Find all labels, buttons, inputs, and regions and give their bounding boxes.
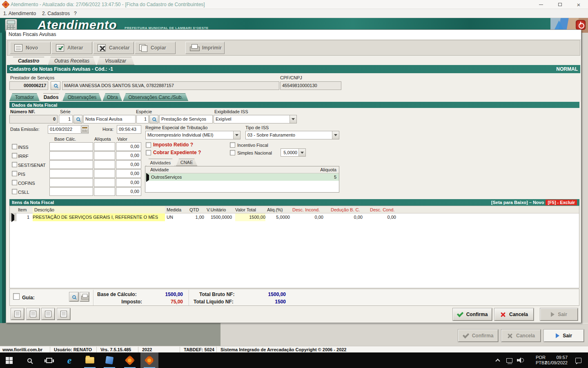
irrf-aliq-field[interactable] [94, 151, 115, 160]
csll-valor-field[interactable]: 0,00 [116, 187, 141, 196]
inss-aliq-field[interactable] [94, 142, 115, 151]
simples-select[interactable]: 5,0000 [281, 148, 306, 157]
simples-checkbox[interactable] [230, 150, 235, 155]
especie-num-field[interactable]: 1 [136, 115, 149, 123]
edit-document-icon [56, 44, 64, 52]
prestador-search-button[interactable] [51, 81, 60, 90]
hora-field[interactable]: 09:56:43 [117, 125, 141, 134]
imprimir-button[interactable]: Imprimir [185, 42, 225, 54]
pis-aliq-field[interactable] [94, 169, 115, 178]
minimize-button[interactable] [532, 0, 550, 9]
especie-desc-field[interactable]: Prestação de Serviços [159, 115, 213, 123]
guia-preview-button[interactable] [69, 292, 78, 301]
outer-sair-button[interactable]: Sair [544, 330, 584, 342]
atividade-row[interactable]: OutrosServiços 5 [145, 173, 339, 181]
restore-button[interactable] [550, 0, 569, 9]
tab-observacoes[interactable]: Observações [62, 93, 102, 101]
sest-aliq-field[interactable] [94, 160, 115, 169]
irrf-base-field[interactable] [49, 151, 93, 160]
copiar-button[interactable]: Copiar [135, 42, 176, 54]
base-calculo-value: 1500,00 [145, 292, 183, 297]
confirma-button[interactable]: Confirma [453, 308, 492, 321]
novo-button[interactable]: Novo [10, 42, 51, 54]
task-view-button[interactable] [40, 352, 58, 368]
tab-tomador[interactable]: Tomador [9, 93, 40, 101]
tab-visualizar[interactable]: Visualizar [97, 57, 134, 65]
cpf-field[interactable]: 45549810000130 [280, 81, 341, 90]
taskbar-search-button[interactable] [20, 352, 38, 368]
confirm-check-icon [463, 332, 469, 338]
tab-obs-canc-sub[interactable]: Observações Canc./Sub. [123, 93, 188, 101]
tab-dados[interactable]: Dados [40, 93, 62, 101]
imposto-retido-checkbox[interactable] [146, 142, 151, 148]
calendar-icon[interactable] [81, 126, 89, 133]
serie-desc-field[interactable]: Nota Fiscal Avulsa [83, 115, 136, 123]
tab-cadastro[interactable]: Cadastro [10, 57, 47, 65]
inss-checkbox[interactable] [12, 144, 17, 149]
chevron-down-icon [332, 131, 339, 139]
cancelar-button[interactable]: Cancelar [93, 42, 134, 54]
outer-confirma-button[interactable]: Confirma [458, 330, 498, 342]
numero-nf-field[interactable]: 0 [9, 115, 58, 123]
tab-atividades[interactable]: Atividades [146, 159, 175, 166]
incentivo-checkbox[interactable] [230, 142, 235, 148]
item-row[interactable]: 1 PRESTAÇÃO DE SERVIÇOS GERAIS I, REFERE… [10, 213, 579, 221]
cofins-checkbox[interactable] [12, 180, 17, 185]
irrf-checkbox[interactable] [12, 153, 17, 158]
taskbar-ie[interactable]: e [60, 352, 78, 368]
cancela-button[interactable]: Cancela [494, 308, 534, 321]
regime-select[interactable]: Microempresário Individual (MEI) [145, 131, 241, 139]
prestador-code-field[interactable]: 000006217 [9, 81, 48, 90]
pis-base-field[interactable] [49, 169, 93, 178]
nav-prev-button[interactable] [27, 308, 40, 320]
start-button[interactable] [0, 352, 18, 368]
guia-print-button[interactable] [80, 292, 89, 301]
tipo-iss-select[interactable]: 03 - Sobre Faturamento [245, 131, 339, 139]
action-center-button[interactable] [571, 352, 586, 368]
clock[interactable]: 09:57 01/09/2022 [540, 355, 568, 366]
prestador-name-field[interactable]: MARIA VANESSA DOS SANTOS SILVA, 07822887… [62, 81, 279, 90]
sest-checkbox[interactable] [12, 162, 17, 167]
tray-expand-button[interactable] [492, 352, 504, 368]
irrf-valor-field[interactable]: 0,00 [116, 151, 141, 160]
serie-search-button[interactable] [74, 115, 82, 123]
especie-search-button[interactable] [149, 115, 158, 123]
taskbar-app-blue[interactable] [100, 352, 118, 368]
tab-cnae[interactable]: CNAE [176, 159, 197, 166]
tab-outras-receitas[interactable]: Outras Receitas [48, 57, 96, 65]
outer-cancela-button[interactable]: Cancela [501, 330, 541, 342]
menu-help[interactable]: ? [74, 11, 77, 16]
pis-checkbox[interactable] [12, 171, 17, 176]
guia-checkbox[interactable] [13, 293, 20, 300]
serie-num-field[interactable]: 1 [59, 115, 73, 123]
inss-base-field[interactable] [49, 142, 93, 151]
close-button[interactable]: × [569, 0, 588, 9]
inss-valor-field[interactable]: 0,00 [116, 142, 141, 151]
exigibilidade-select[interactable]: Exigível [214, 115, 297, 123]
sest-valor-field[interactable]: 0,00 [116, 160, 141, 169]
alterar-button[interactable]: Alterar [51, 42, 92, 54]
cofins-base-field[interactable] [49, 178, 93, 187]
pis-valor-field[interactable]: 0,00 [116, 169, 141, 178]
csll-checkbox[interactable] [12, 189, 17, 194]
tab-obra[interactable]: Obra [102, 93, 122, 101]
volume-tray-icon[interactable] [514, 352, 527, 368]
sair-button-disabled[interactable]: Sair [540, 308, 578, 321]
menu-atendimento[interactable]: 1. Atendimento [3, 11, 36, 16]
taskbar-app-fiorilli[interactable] [121, 352, 139, 368]
taskbar-app-atendimento-active[interactable] [140, 352, 158, 368]
nav-next-button[interactable] [42, 308, 55, 320]
cofins-valor-field[interactable]: 0,00 [116, 178, 141, 187]
power-icon[interactable] [576, 20, 586, 30]
nav-last-button[interactable] [57, 308, 70, 320]
divider [50, 347, 50, 352]
nav-first-button[interactable] [11, 308, 24, 320]
regime-label: Regime Especial de Tributação [145, 125, 207, 130]
csll-aliq-field[interactable] [94, 187, 115, 196]
cobrar-expediente-checkbox[interactable] [146, 150, 151, 155]
sest-base-field[interactable] [49, 160, 93, 169]
cofins-aliq-field[interactable] [94, 178, 115, 187]
menu-cadastros[interactable]: 2. Cadastros [42, 11, 70, 16]
csll-base-field[interactable] [49, 187, 93, 196]
taskbar-explorer[interactable] [81, 352, 99, 368]
